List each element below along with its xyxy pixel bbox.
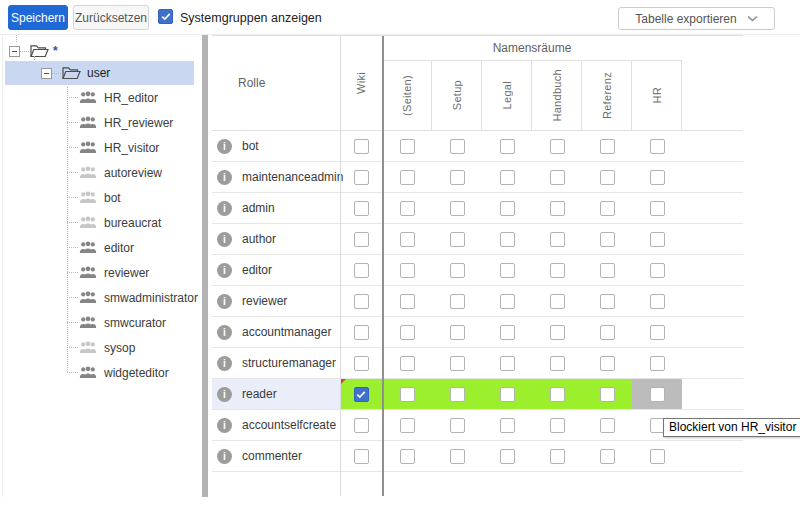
checkbox-maintenanceadmin-legal[interactable] <box>500 170 515 185</box>
checkbox-admin-handbuch[interactable] <box>550 201 565 216</box>
column-header-hr[interactable]: HR <box>632 61 682 130</box>
column-header-rolle[interactable]: Rolle <box>212 36 340 130</box>
checkbox-reader-referenz[interactable] <box>600 387 615 402</box>
checkbox-author-handbuch[interactable] <box>550 232 565 247</box>
checkbox-reviewer-wiki[interactable] <box>354 294 369 309</box>
column-header-handbuch[interactable]: Handbuch <box>532 61 582 130</box>
checkbox-accountselfcreate-wiki[interactable] <box>354 418 369 433</box>
checkbox-accountmanager-wiki[interactable] <box>354 325 369 340</box>
checkbox-editor-wiki[interactable] <box>354 263 369 278</box>
checkbox-editor-setup[interactable] <box>450 263 465 278</box>
column-header-seiten[interactable]: (Seiten) <box>382 61 432 130</box>
checkbox-maintenanceadmin-setup[interactable] <box>450 170 465 185</box>
tree-item-hr-editor[interactable]: HR_editor <box>3 85 196 110</box>
tree-item-sysop[interactable]: sysop <box>3 335 196 360</box>
checkbox-author-hr[interactable] <box>650 232 665 247</box>
checkbox-reader-setup[interactable] <box>450 387 465 402</box>
export-table-button[interactable]: Tabelle exportieren <box>618 7 775 30</box>
checkbox-author-referenz[interactable] <box>600 232 615 247</box>
info-icon[interactable]: i <box>217 418 232 433</box>
checkbox-admin-legal[interactable] <box>500 201 515 216</box>
checkbox-commenter-referenz[interactable] <box>600 449 615 464</box>
checkbox-reader-wiki[interactable] <box>354 387 369 402</box>
checkbox-bot-handbuch[interactable] <box>550 139 565 154</box>
checkbox-reader-seiten[interactable] <box>400 387 415 402</box>
info-icon[interactable]: i <box>217 325 232 340</box>
save-button[interactable]: Speichern <box>8 5 68 30</box>
checkbox-accountselfcreate-referenz[interactable] <box>600 418 615 433</box>
checkbox-accountmanager-referenz[interactable] <box>600 325 615 340</box>
checkbox-reviewer-referenz[interactable] <box>600 294 615 309</box>
tree-item-reviewer[interactable]: reviewer <box>3 260 196 285</box>
info-icon[interactable]: i <box>217 387 232 402</box>
checkbox-bot-legal[interactable] <box>500 139 515 154</box>
checkbox-bot-wiki[interactable] <box>354 139 369 154</box>
column-header-wiki[interactable]: Wiki <box>340 36 382 130</box>
info-icon[interactable]: i <box>217 356 232 371</box>
checkbox-editor-referenz[interactable] <box>600 263 615 278</box>
checkbox-structuremanager-referenz[interactable] <box>600 356 615 371</box>
tree-item-hr-visitor[interactable]: HR_visitor <box>3 135 196 160</box>
collapse-icon[interactable] <box>41 68 52 79</box>
checkbox-admin-referenz[interactable] <box>600 201 615 216</box>
checkbox-commenter-seiten[interactable] <box>400 449 415 464</box>
checkbox-reviewer-seiten[interactable] <box>400 294 415 309</box>
checkbox-admin-seiten[interactable] <box>400 201 415 216</box>
checkbox-commenter-setup[interactable] <box>450 449 465 464</box>
checkbox-accountmanager-setup[interactable] <box>450 325 465 340</box>
info-icon[interactable]: i <box>217 201 232 216</box>
checkbox-structuremanager-setup[interactable] <box>450 356 465 371</box>
checkbox-bot-setup[interactable] <box>450 139 465 154</box>
tree-item-hr-reviewer[interactable]: HR_reviewer <box>3 110 196 135</box>
checkbox-maintenanceadmin-referenz[interactable] <box>600 170 615 185</box>
checkbox-reviewer-hr[interactable] <box>650 294 665 309</box>
tree-item-smwcurator[interactable]: smwcurator <box>3 310 196 335</box>
tree-item-editor[interactable]: editor <box>3 235 196 260</box>
panel-splitter[interactable] <box>202 35 208 497</box>
column-header-setup[interactable]: Setup <box>432 61 482 130</box>
checkbox-reviewer-legal[interactable] <box>500 294 515 309</box>
checkbox-accountselfcreate-seiten[interactable] <box>400 418 415 433</box>
checkbox-editor-handbuch[interactable] <box>550 263 565 278</box>
checkbox-maintenanceadmin-handbuch[interactable] <box>550 170 565 185</box>
checkbox-accountselfcreate-setup[interactable] <box>450 418 465 433</box>
checkbox-commenter-handbuch[interactable] <box>550 449 565 464</box>
collapse-icon[interactable] <box>9 46 20 57</box>
checkbox-bot-seiten[interactable] <box>400 139 415 154</box>
checkbox-reviewer-setup[interactable] <box>450 294 465 309</box>
reset-button[interactable]: Zurücksetzen <box>73 5 149 30</box>
checkbox-maintenanceadmin-wiki[interactable] <box>354 170 369 185</box>
column-header-referenz[interactable]: Referenz <box>582 61 632 130</box>
checkbox-commenter-hr[interactable] <box>650 449 665 464</box>
checkbox-bot-referenz[interactable] <box>600 139 615 154</box>
checkbox-reader-handbuch[interactable] <box>550 387 565 402</box>
checkbox-reader-legal[interactable] <box>500 387 515 402</box>
checkbox-admin-hr[interactable] <box>650 201 665 216</box>
info-icon[interactable]: i <box>217 263 232 278</box>
tree-item-bureaucrat[interactable]: bureaucrat <box>3 210 196 235</box>
checkbox-accountmanager-legal[interactable] <box>500 325 515 340</box>
checkbox-structuremanager-hr[interactable] <box>650 356 665 371</box>
checkbox-bot-hr[interactable] <box>650 139 665 154</box>
column-header-legal[interactable]: Legal <box>482 61 532 130</box>
tree-item-root[interactable]: * <box>3 41 58 61</box>
checkbox-maintenanceadmin-hr[interactable] <box>650 170 665 185</box>
checkbox-reviewer-handbuch[interactable] <box>550 294 565 309</box>
checkbox-author-setup[interactable] <box>450 232 465 247</box>
info-icon[interactable]: i <box>217 170 232 185</box>
checkbox-commenter-legal[interactable] <box>500 449 515 464</box>
info-icon[interactable]: i <box>217 139 232 154</box>
checkbox-admin-wiki[interactable] <box>354 201 369 216</box>
checkbox-structuremanager-wiki[interactable] <box>354 356 369 371</box>
checkbox-structuremanager-handbuch[interactable] <box>550 356 565 371</box>
checkbox-author-wiki[interactable] <box>354 232 369 247</box>
checkbox-structuremanager-legal[interactable] <box>500 356 515 371</box>
info-icon[interactable]: i <box>217 449 232 464</box>
info-icon[interactable]: i <box>217 232 232 247</box>
info-icon[interactable]: i <box>217 294 232 309</box>
tree-item-bot[interactable]: bot <box>3 185 196 210</box>
tree-item-widgeteditor[interactable]: widgeteditor <box>3 360 196 385</box>
checkbox-accountselfcreate-handbuch[interactable] <box>550 418 565 433</box>
tree-item-smwadministrator[interactable]: smwadministrator <box>3 285 196 310</box>
checkbox-admin-setup[interactable] <box>450 201 465 216</box>
